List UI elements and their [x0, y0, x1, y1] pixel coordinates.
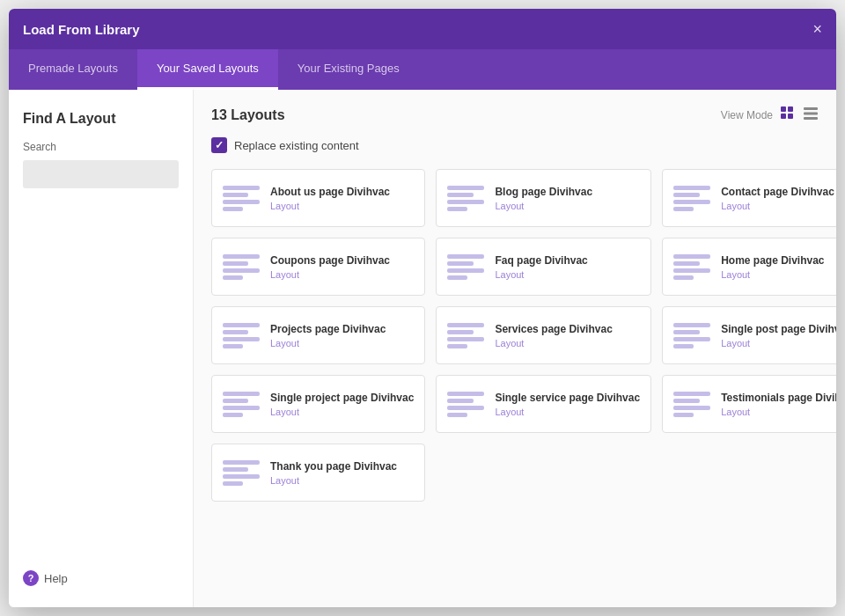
modal-body: Find A Layout Search ? Help 13 Layouts V… — [9, 90, 836, 607]
layout-card[interactable]: Faq page Divihvac Layout — [436, 238, 651, 296]
layout-thumbnail — [223, 251, 260, 282]
svg-rect-2 — [781, 114, 786, 119]
view-mode-label: View Mode — [721, 109, 773, 121]
layout-card[interactable]: Coupons page Divihvac Layout — [211, 238, 425, 296]
layout-info: Blog page Divihvac Layout — [495, 186, 640, 211]
layout-card[interactable]: Projects page Divihvac Layout — [211, 306, 425, 364]
tab-saved[interactable]: Your Saved Layouts — [137, 49, 278, 90]
modal-header: Load From Library × — [9, 9, 836, 49]
layout-type: Layout — [270, 201, 414, 211]
svg-rect-5 — [804, 113, 818, 115]
search-input[interactable] — [23, 160, 179, 188]
layout-card[interactable]: Home page Divihvac Layout — [662, 238, 836, 296]
layout-name: Thank you page Divihvac — [270, 460, 414, 473]
layout-type: Layout — [721, 269, 836, 280]
layout-info: Faq page Divihvac Layout — [495, 254, 640, 280]
layout-thumbnail — [673, 319, 710, 351]
tab-existing[interactable]: Your Existing Pages — [278, 49, 419, 90]
layout-card[interactable]: Single project page Divihvac Layout — [211, 375, 425, 433]
layout-type: Layout — [721, 338, 836, 348]
layout-type: Layout — [495, 269, 640, 280]
layout-card[interactable]: Single post page Divihvac Layout — [662, 306, 836, 364]
layout-info: Home page Divihvac Layout — [721, 254, 836, 280]
modal-title: Load From Library — [23, 22, 140, 37]
layout-name: Single service page Divihvac — [495, 392, 640, 404]
help-text[interactable]: Help — [44, 572, 68, 585]
replace-row: Replace existing content — [211, 137, 819, 153]
layout-thumbnail — [447, 388, 484, 420]
layout-type: Layout — [721, 201, 836, 211]
svg-rect-6 — [804, 117, 818, 120]
view-mode-controls: View Mode — [721, 106, 819, 125]
layout-info: Services page Divihvac Layout — [495, 323, 640, 348]
layout-type: Layout — [270, 407, 414, 417]
layout-name: Blog page Divihvac — [495, 186, 640, 198]
tabs-bar: Premade Layouts Your Saved Layouts Your … — [9, 49, 836, 90]
layout-name: Single project page Divihvac — [270, 392, 414, 404]
list-view-icon[interactable] — [803, 106, 819, 125]
sidebar: Find A Layout Search ? Help — [9, 90, 194, 607]
modal: Load From Library × Premade Layouts Your… — [9, 9, 836, 607]
layout-card[interactable]: Contact page Divihvac Layout — [662, 169, 836, 227]
layouts-count: 13 Layouts — [211, 107, 285, 123]
layout-type: Layout — [495, 201, 640, 211]
layout-card[interactable]: About us page Divihvac Layout — [211, 169, 425, 227]
layout-card[interactable]: Services page Divihvac Layout — [436, 306, 651, 364]
layout-name: Faq page Divihvac — [495, 254, 640, 267]
layout-info: Testimonials page Divihvac Layout — [721, 392, 836, 417]
main-content: 13 Layouts View Mode — [194, 90, 836, 607]
layouts-grid: About us page Divihvac Layout Blog page … — [211, 169, 819, 502]
svg-rect-1 — [788, 106, 793, 112]
svg-rect-4 — [804, 107, 818, 110]
layout-name: Projects page Divihvac — [270, 323, 414, 335]
layout-card[interactable]: Single service page Divihvac Layout — [436, 375, 651, 433]
layout-thumbnail — [223, 319, 260, 351]
layout-name: Home page Divihvac — [721, 254, 836, 267]
main-header: 13 Layouts View Mode — [211, 106, 819, 125]
layout-info: Coupons page Divihvac Layout — [270, 254, 414, 280]
layout-name: About us page Divihvac — [270, 186, 414, 198]
layout-card[interactable]: Testimonials page Divihvac Layout — [662, 375, 836, 433]
layout-thumbnail — [673, 388, 710, 420]
layout-thumbnail — [223, 457, 260, 488]
layout-info: Contact page Divihvac Layout — [721, 186, 836, 211]
layout-info: Single project page Divihvac Layout — [270, 392, 414, 417]
sidebar-footer: ? Help — [23, 570, 179, 586]
layout-type: Layout — [270, 475, 414, 486]
sidebar-title: Find A Layout — [23, 111, 179, 127]
layout-type: Layout — [721, 407, 836, 417]
grid-view-icon[interactable] — [780, 106, 796, 125]
layout-info: Single post page Divihvac Layout — [721, 323, 836, 348]
layout-thumbnail — [673, 182, 710, 214]
layout-info: Thank you page Divihvac Layout — [270, 460, 414, 486]
layout-info: Single service page Divihvac Layout — [495, 392, 640, 417]
layout-name: Single post page Divihvac — [721, 323, 836, 335]
layout-thumbnail — [447, 182, 484, 214]
svg-rect-3 — [788, 114, 793, 119]
layout-name: Contact page Divihvac — [721, 186, 836, 198]
layout-card[interactable]: Thank you page Divihvac Layout — [211, 444, 425, 502]
layout-type: Layout — [270, 269, 414, 280]
svg-rect-0 — [781, 106, 786, 112]
layout-card[interactable]: Blog page Divihvac Layout — [436, 169, 651, 227]
layout-thumbnail — [673, 251, 710, 282]
layout-type: Layout — [495, 407, 640, 417]
close-button[interactable]: × — [812, 21, 822, 37]
tab-premade[interactable]: Premade Layouts — [9, 49, 137, 90]
help-icon: ? — [23, 570, 39, 586]
search-label: Search — [23, 141, 179, 153]
layout-type: Layout — [495, 338, 640, 348]
layout-thumbnail — [223, 182, 260, 214]
layout-name: Services page Divihvac — [495, 323, 640, 335]
layout-thumbnail — [447, 319, 484, 351]
layout-name: Testimonials page Divihvac — [721, 392, 836, 404]
layout-info: About us page Divihvac Layout — [270, 186, 414, 211]
layout-name: Coupons page Divihvac — [270, 254, 414, 267]
replace-label: Replace existing content — [234, 139, 359, 152]
layout-thumbnail — [447, 251, 484, 282]
layout-thumbnail — [223, 388, 260, 420]
replace-checkbox[interactable] — [211, 137, 227, 153]
layout-type: Layout — [270, 338, 414, 348]
layout-info: Projects page Divihvac Layout — [270, 323, 414, 348]
